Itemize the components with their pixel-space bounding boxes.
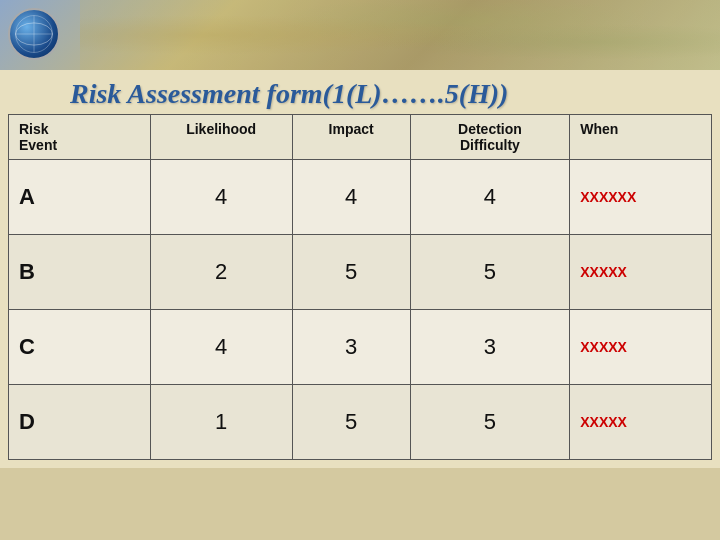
cell-impact-c: 3 (292, 310, 410, 385)
cell-when-a: XXXXXX (570, 160, 712, 235)
cell-detection-d: 5 (410, 385, 570, 460)
cell-when-c: XXXXX (570, 310, 712, 385)
cell-likelihood-d: 1 (150, 385, 292, 460)
col-header-when: When (570, 115, 712, 160)
title-area: Risk Assessment form(1(L)…….5(H)) (0, 70, 720, 114)
table-row: A 4 4 4 XXXXXX (9, 160, 712, 235)
table-row: D 1 5 5 XXXXX (9, 385, 712, 460)
banner-map-overlay (80, 0, 720, 70)
table-container: RiskEvent Likelihood Impact DetectionDif… (0, 114, 720, 468)
cell-likelihood-b: 2 (150, 235, 292, 310)
cell-detection-c: 3 (410, 310, 570, 385)
cell-event-a: A (9, 160, 151, 235)
cell-likelihood-a: 4 (150, 160, 292, 235)
table-header-row: RiskEvent Likelihood Impact DetectionDif… (9, 115, 712, 160)
table-row: B 2 5 5 XXXXX (9, 235, 712, 310)
cell-event-b: B (9, 235, 151, 310)
cell-when-b: XXXXX (570, 235, 712, 310)
cell-impact-d: 5 (292, 385, 410, 460)
col-header-likelihood: Likelihood (150, 115, 292, 160)
header-banner (0, 0, 720, 70)
cell-impact-a: 4 (292, 160, 410, 235)
risk-assessment-table: RiskEvent Likelihood Impact DetectionDif… (8, 114, 712, 460)
col-header-risk-event: RiskEvent (9, 115, 151, 160)
cell-detection-a: 4 (410, 160, 570, 235)
col-header-detection: DetectionDifficulty (410, 115, 570, 160)
globe-icon (8, 8, 60, 60)
cell-impact-b: 5 (292, 235, 410, 310)
cell-event-c: C (9, 310, 151, 385)
col-header-impact: Impact (292, 115, 410, 160)
cell-detection-b: 5 (410, 235, 570, 310)
table-row: C 4 3 3 XXXXX (9, 310, 712, 385)
page-title: Risk Assessment form(1(L)…….5(H)) (70, 78, 712, 110)
cell-event-d: D (9, 385, 151, 460)
cell-when-d: XXXXX (570, 385, 712, 460)
cell-likelihood-c: 4 (150, 310, 292, 385)
